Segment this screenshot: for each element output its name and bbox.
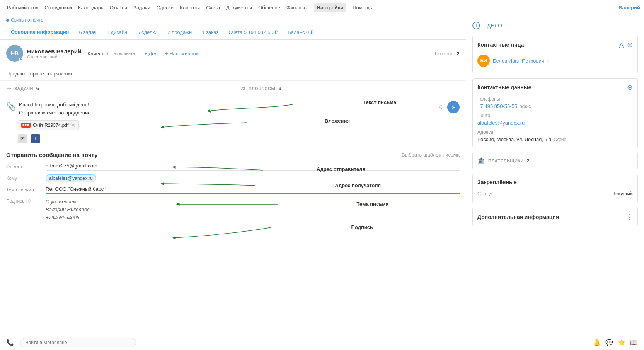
phones-group: Телефоны +7 495 850-55-55 офис [477,96,633,109]
contact-data-header: Контактные данные ⊕ [477,83,633,92]
address-label: Адреса [477,130,633,135]
from-label: От кого [6,164,41,169]
nav-pomosh[interactable]: Помощь [353,5,372,10]
signature-row: Подпись ⓘ С уважением, Валерий Николаев … [6,198,460,222]
nav-obschenie[interactable]: Общение [258,5,280,10]
chevron-down-icon[interactable]: ▾ [106,51,109,56]
compose-line1: Иван Петрович, добрый день! [19,101,435,109]
template-select[interactable]: Выбрать шаблон письма [402,152,460,158]
bell-icon[interactable]: 🔔 [593,339,601,346]
additional-info-section: Дополнительная информация ⋮ [472,208,638,226]
send-form: Отправить сообщение на почту Выбрать шаб… [0,147,466,230]
attach-icon[interactable]: 📎 [6,102,16,111]
processes-bag-icon: 🗂 [239,85,245,92]
tasks-count[interactable]: 6 [36,85,39,91]
annotation-signature: Подпись [351,224,373,230]
close-icon[interactable]: ✕ [71,122,75,128]
address-row: Россия, Москва, ул. Лесная, 5 а Офис [477,137,633,142]
contacts-header: Контактные лица ⋀ ⊕ [477,41,633,49]
tasks-col: ↪ ЗАДАЧИ 6 [0,81,233,96]
email-social-icon[interactable]: ✉ [18,134,27,143]
more-icon[interactable]: ⋮ [626,213,633,221]
phone-bar-icon[interactable]: 📞 [6,339,14,346]
email-value[interactable]: albafeles@yandex.ru [477,120,525,126]
processes-count[interactable]: 9 [279,85,281,91]
signature-label: Подпись [6,198,25,204]
star-icon[interactable]: ⭐ [618,339,625,346]
avatar-initials: НВ [11,50,19,56]
bar-icons: 🔔 💬 ⭐ 📖 [593,339,638,346]
client-type-label[interactable]: Клиент [87,51,104,56]
похожие-count[interactable]: 2 [457,51,460,56]
tasks-processes-row: ↪ ЗАДАЧИ 6 🗂 ПРОЦЕССЫ 9 [0,81,466,96]
phone-value[interactable]: +7 495 850-55-55 [477,103,517,109]
nav-sotrudniki[interactable]: Сотрудники [45,5,72,10]
nav-rabochiy-stol[interactable]: Рабочий стол [7,5,39,10]
tab-dizajn[interactable]: 1 дизайн [102,26,132,39]
avatar: НВ [6,45,23,62]
pinned-title: Закреплённые [477,179,517,185]
online-dot [19,58,22,61]
pinned-status-row: Статус Текущий [477,189,633,198]
tab-scheta[interactable]: Счета 5 194 032,50 ₽ [224,26,282,39]
tab-balans[interactable]: Баланс 0 ₽ [283,26,318,39]
email-group: Почта albafeles@yandex.ru [477,113,633,126]
profile-name: Николаев Валерий [27,48,81,55]
recipient-tag[interactable]: albafeles@yandex.ru [46,174,96,182]
nav-finansy[interactable]: Финансы [286,5,308,10]
nav-kalendar[interactable]: Календарь [78,5,104,10]
collapse-contacts-icon[interactable]: ⋀ [619,41,624,49]
sig-line1: С уважением, [46,198,90,206]
subject-value[interactable]: Re: ООО "Снежный барс" [46,186,460,194]
from-row: От кого artmax275@gmail.com [6,163,460,171]
contact-person-row[interactable]: БИ Белов Иван Петрович › [477,53,633,68]
tab-sdelki[interactable]: 5 сделки [133,26,162,39]
subject-row: Тема письма Re: ООО "Снежный барс" [6,186,460,194]
tab-zadachi[interactable]: 6 задач [74,26,101,39]
from-value[interactable]: artmax275@gmail.com [46,163,460,171]
send-button[interactable]: ➤ [447,101,460,113]
nav-zadachi[interactable]: Задачи [133,5,150,10]
nav-sdelki[interactable]: Сделки [157,5,174,10]
add-deal-button[interactable]: + + ДЕЛО [472,22,638,29]
tab-osnovnaya[interactable]: Основная информация [6,25,73,39]
add-contact-data-icon[interactable]: ⊕ [627,83,633,92]
chat-icon[interactable]: 💬 [605,339,613,346]
payers-label: ПЛАТЕЛЬЩИКИ [488,159,524,163]
pinned-header: Закреплённые [477,179,633,185]
nav-klienty[interactable]: Клиенты [180,5,200,10]
tab-zakaz[interactable]: 1 заказ [197,26,223,39]
client-badge: Клиент ▾ Тип клиента [87,51,135,56]
nav-scheta[interactable]: Счета [206,5,220,10]
contact-name[interactable]: Белов Иван Петрович [493,58,544,64]
facebook-icon[interactable]: f [31,134,40,143]
phone-row: +7 495 850-55-55 офис [477,103,633,109]
nav-nastrojki[interactable]: Настройки [314,3,347,12]
attachment-file[interactable]: PDF Счёт R29374.pdf ✕ [18,120,79,130]
email-dot [6,19,9,22]
signature-area[interactable]: С уважением, Валерий Николаев +794585540… [46,198,90,222]
add-contact-icon[interactable]: ⊕ [627,41,633,49]
book-icon[interactable]: 📖 [630,339,638,346]
description: Продают горное снаряжение [0,67,466,81]
search-input[interactable] [20,338,136,347]
email-link-label[interactable]: Связь по почте [11,17,43,23]
payers-section: 🏦 ПЛАТЕЛЬЩИКИ 2 [472,152,638,169]
compose-text[interactable]: Иван Петрович, добрый день! Отправляю сч… [19,101,435,117]
email-data-label: Почта [477,113,633,118]
processes-label: ПРОЦЕССЫ [249,86,276,91]
address-value: Россия, Москва, ул. Лесная, 5 а [477,137,552,142]
add-reminder-btn[interactable]: + Напоминание [165,51,201,56]
nav-dokumenty[interactable]: Документы [226,5,252,10]
nav-otchety[interactable]: Отчёты [110,5,127,10]
send-form-title: Отправить сообщение на почту [6,152,98,158]
tab-prodazhi[interactable]: 2 продажи [163,26,196,39]
compose-line2: Отправляю счёт на продление. [19,109,435,117]
pdf-icon: PDF [21,123,31,128]
emoji-button[interactable]: ☺ [438,103,445,111]
address-type: Офис [554,137,566,142]
sig-line3: +79458554005 [46,214,90,222]
info-icon[interactable]: ⓘ [26,198,31,205]
add-deal-btn[interactable]: + Дело [144,51,160,56]
address-group: Адреса Россия, Москва, ул. Лесная, 5 а О… [477,130,633,142]
